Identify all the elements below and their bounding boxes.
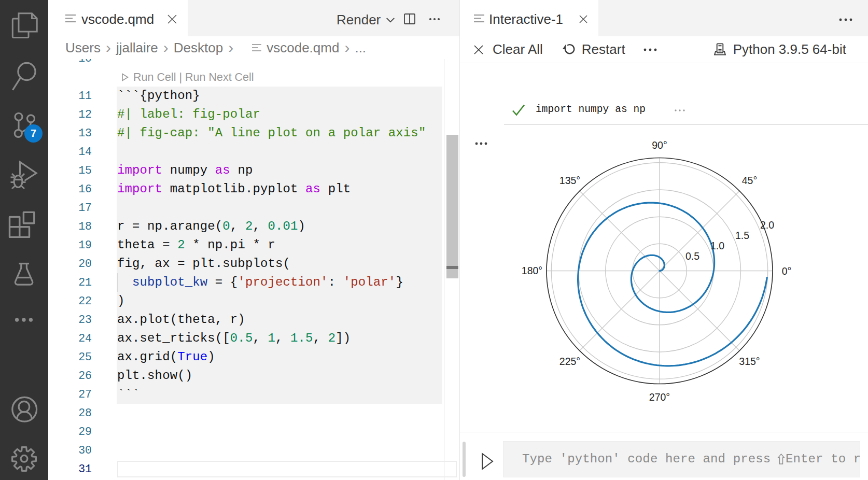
- svg-text:0.5: 0.5: [685, 250, 699, 262]
- svg-text:315°: 315°: [739, 356, 760, 367]
- svg-text:1.0: 1.0: [710, 240, 724, 251]
- svg-text:45°: 45°: [742, 175, 758, 186]
- svg-text:135°: 135°: [559, 175, 580, 186]
- svg-text:270°: 270°: [649, 391, 670, 403]
- svg-text:225°: 225°: [559, 356, 580, 367]
- svg-text:1.5: 1.5: [735, 230, 749, 241]
- svg-text:180°: 180°: [522, 265, 542, 276]
- svg-text:0°: 0°: [782, 265, 792, 277]
- svg-text:90°: 90°: [652, 139, 667, 151]
- svg-text:2.0: 2.0: [760, 219, 774, 231]
